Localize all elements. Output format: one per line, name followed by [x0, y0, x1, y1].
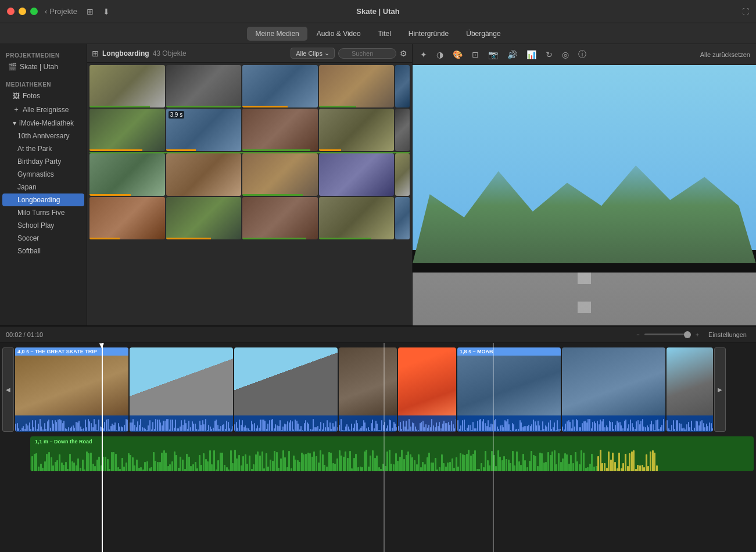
tab-audio-video[interactable]: Audio & Video — [309, 27, 369, 41]
sidebar-item-10th[interactable]: 10th Anniversary — [2, 130, 84, 142]
sidebar-item-softball[interactable]: Softball — [2, 245, 84, 257]
video-clip[interactable] — [130, 347, 233, 432]
video-clip[interactable] — [667, 347, 713, 432]
sidebar-item-imovie[interactable]: ▾ iMovie-Mediathek — [2, 117, 84, 130]
palette-icon[interactable]: 🎨 — [451, 48, 464, 61]
track-nav-left[interactable]: ◀ — [2, 347, 14, 432]
video-clip[interactable]: 4,0 s – THE GREAT SKATE TRIP — [15, 347, 128, 432]
playhead[interactable] — [102, 343, 103, 552]
media-thumb[interactable] — [242, 65, 318, 107]
playhead-marker-3 — [493, 343, 494, 552]
film-icon: 🎬 — [8, 63, 17, 71]
timeline-track-area[interactable]: ◀ 4,0 s – THE GREAT SKATE TRIP — [0, 343, 756, 552]
sidebar-item-alle-ereignisse[interactable]: ＋ Alle Ereignisse — [2, 102, 84, 117]
timeline-header: 00:02 / 01:10 － ＋ Einstellungen — [0, 327, 756, 343]
camera-icon[interactable]: 📷 — [486, 48, 500, 61]
tab-uebergaenge[interactable]: Übergänge — [458, 27, 508, 41]
media-thumb[interactable] — [89, 109, 165, 151]
volume-icon[interactable]: 🔊 — [506, 48, 519, 61]
video-clip[interactable] — [339, 347, 397, 432]
item-label: Japan — [17, 183, 37, 191]
speed-icon[interactable]: ↻ — [544, 48, 554, 61]
imovie-label: iMovie-Mediathek — [19, 119, 74, 127]
video-clip[interactable] — [398, 347, 456, 432]
media-thumb[interactable] — [319, 65, 395, 107]
search-input[interactable] — [338, 48, 396, 59]
sidebar-item-birthday-party[interactable]: Birthday Party — [2, 155, 84, 168]
clip-waveform — [130, 415, 233, 432]
media-row — [89, 152, 410, 196]
video-clip[interactable] — [234, 347, 338, 432]
filter-button[interactable]: Alle Clips ⌄ — [291, 48, 335, 59]
settings-icon[interactable]: ⚙ — [400, 49, 407, 58]
clip-waveform — [457, 415, 561, 432]
media-thumb-partial[interactable] — [395, 65, 410, 107]
media-thumb[interactable] — [242, 197, 318, 239]
media-thumb-partial[interactable] — [395, 109, 410, 151]
video-clip[interactable]: 1,8 s – MOAB — [457, 347, 561, 432]
minimize-button[interactable] — [19, 8, 26, 15]
close-button[interactable] — [7, 8, 15, 15]
sidebar-item-longboarding[interactable]: Longboarding — [2, 193, 84, 206]
media-thumb[interactable] — [242, 109, 318, 151]
clip-waveform — [339, 415, 397, 432]
sidebar-item-school-play[interactable]: School Play — [2, 219, 84, 232]
titlebar-icons: ⊞ ⬇ — [87, 7, 110, 16]
media-thumb[interactable]: 3,9 s — [166, 109, 242, 151]
sidebar-item-fotos[interactable]: 🖼 Fotos — [2, 89, 84, 102]
audio-track[interactable]: 1,1 m – Down the Road — [30, 436, 754, 471]
media-thumb-partial[interactable] — [395, 153, 410, 196]
zoom-out-icon[interactable]: － — [635, 331, 641, 339]
color-wheel-icon[interactable]: ◑ — [435, 48, 445, 61]
item-label: Milo Turns Five — [17, 209, 65, 217]
sidebar-item-at-the-park[interactable]: At the Park — [2, 142, 84, 155]
media-thumb[interactable] — [166, 197, 242, 239]
back-button[interactable]: ‹ Projekte — [45, 7, 77, 16]
sidebar-item-soccer[interactable]: Soccer — [2, 232, 84, 245]
item-label: Soccer — [17, 234, 39, 242]
chevron-down-icon: ⌄ — [324, 49, 329, 57]
maximize-button[interactable] — [30, 8, 38, 15]
fullscreen-icon[interactable]: ⛶ — [742, 8, 749, 16]
media-thumb[interactable] — [242, 153, 318, 196]
info-icon[interactable]: ⓘ — [576, 48, 588, 62]
library-icon[interactable]: ⊞ — [87, 7, 94, 16]
magic-wand-icon[interactable]: ✦ — [418, 48, 429, 61]
media-thumb[interactable] — [319, 153, 395, 196]
sidebar-item-gymnastics[interactable]: Gymnastics — [2, 168, 84, 181]
reset-button[interactable]: Alle zurücksetzen — [700, 51, 750, 58]
clip-waveform — [398, 415, 456, 432]
media-thumb-partial[interactable] — [395, 197, 410, 239]
tab-hintergruende[interactable]: Hintergründe — [400, 27, 457, 41]
clip-label: 1,8 s – MOAB — [457, 347, 561, 356]
media-thumb[interactable] — [319, 197, 395, 239]
media-row: 3,9 s — [89, 109, 410, 151]
media-thumb[interactable] — [89, 65, 165, 107]
download-icon[interactable]: ⬇ — [103, 7, 110, 16]
zoom-thumb[interactable] — [684, 331, 691, 338]
stabilize-icon[interactable]: ◎ — [560, 48, 571, 61]
media-thumb[interactable] — [166, 65, 242, 107]
sidebar-item-project[interactable]: 🎬 Skate | Utah — [2, 60, 84, 73]
sidebar-item-milo[interactable]: Milo Turns Five — [2, 206, 84, 219]
timeline-settings-button[interactable]: Einstellungen — [705, 330, 750, 339]
grid-view-icon[interactable]: ⊞ — [92, 49, 99, 58]
chart-icon[interactable]: 📊 — [525, 48, 538, 61]
media-thumb[interactable] — [319, 109, 395, 151]
thumb-duration: 3,9 s — [169, 111, 185, 119]
media-thumb[interactable] — [166, 153, 242, 196]
video-clip[interactable] — [562, 347, 665, 432]
tab-meine-medien[interactable]: Meine Medien — [247, 27, 307, 41]
zoom-in-icon[interactable]: ＋ — [694, 331, 700, 339]
crop-icon[interactable]: ⊡ — [470, 48, 481, 61]
media-row — [89, 65, 410, 107]
media-thumb[interactable] — [89, 153, 165, 196]
track-nav-right[interactable]: ▶ — [714, 347, 726, 432]
back-label: Projekte — [49, 7, 77, 16]
sidebar-item-japan[interactable]: Japan — [2, 181, 84, 193]
media-thumb[interactable] — [89, 197, 165, 239]
clip-waveform — [562, 415, 665, 432]
zoom-track[interactable] — [644, 334, 691, 335]
tab-titel[interactable]: Titel — [370, 27, 399, 41]
audio-track-container: 1,1 m – Down the Road — [16, 436, 740, 471]
